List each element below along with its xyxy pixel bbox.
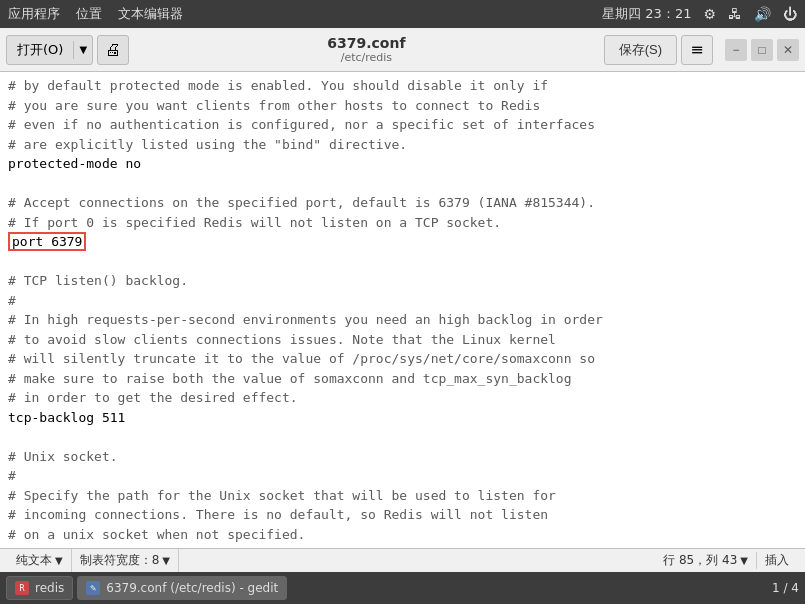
mode-label: 插入 [757,552,797,569]
volume-icon[interactable]: 🔊 [754,6,771,22]
power-icon[interactable]: ⏻ [783,6,797,22]
places-menu[interactable]: 位置 [76,5,102,23]
toolbar-title: 6379.conf /etc/redis [133,35,600,64]
print-button[interactable]: 🖨 [97,35,129,65]
code-line-20: # [8,466,797,486]
code-line-8: port 6379 [8,232,797,252]
hamburger-menu-button[interactable]: ≡ [681,35,713,65]
code-line-15: # make sure to raise both the value of s… [8,369,797,389]
position-arrow: ▼ [740,555,748,566]
code-line-7: # If port 0 is specified Redis will not … [8,213,797,233]
code-line-23: # on a unix socket when not specified. [8,525,797,545]
page-info: 1 / 4 [772,581,799,595]
network-icon[interactable]: 🖧 [728,6,742,22]
open-dropdown-arrow[interactable]: ▼ [74,44,92,55]
code-line-13: # to avoid slow clients connections issu… [8,330,797,350]
format-arrow: ▼ [55,555,63,566]
editor-content[interactable]: # by default protected mode is enabled. … [0,72,805,548]
position-selector[interactable]: 行 85，列 43 ▼ [655,552,757,569]
system-bar-right: 星期四 23：21 ⚙ 🖧 🔊 ⏻ [602,5,797,23]
position-label: 行 85，列 43 [663,552,737,569]
system-bar: 应用程序 位置 文本编辑器 星期四 23：21 ⚙ 🖧 🔊 ⏻ [0,0,805,28]
taskbar-redis-label: redis [35,581,64,595]
code-line-0: # by default protected mode is enabled. … [8,76,797,96]
status-bar: 纯文本 ▼ 制表符宽度：8 ▼ 行 85，列 43 ▼ 插入 [0,548,805,572]
open-button[interactable]: 打开(O) ▼ [6,35,93,65]
code-line-18 [8,427,797,447]
tab-width-selector[interactable]: 制表符宽度：8 ▼ [72,549,179,572]
code-line-17: tcp-backlog 511 [8,408,797,428]
close-button[interactable]: ✕ [777,39,799,61]
status-right: 行 85，列 43 ▼ 插入 [655,552,797,569]
format-label: 纯文本 [16,552,52,569]
format-selector[interactable]: 纯文本 ▼ [8,549,72,572]
code-line-4: protected-mode no [8,154,797,174]
code-line-12: # In high requests-per-second environmen… [8,310,797,330]
editor-container: # by default protected mode is enabled. … [0,72,805,548]
code-line-16: # in order to get the desired effect. [8,388,797,408]
code-line-9 [8,252,797,272]
code-line-21: # Specify the path for the Unix socket t… [8,486,797,506]
code-line-10: # TCP listen() backlog. [8,271,797,291]
code-line-5 [8,174,797,194]
app-toolbar: 打开(O) ▼ 🖨 6379.conf /etc/redis 保存(S) ≡ −… [0,28,805,72]
redis-icon: R [15,581,29,595]
gedit-icon: ✎ [86,581,100,595]
minimize-button[interactable]: − [725,39,747,61]
tab-width-arrow: ▼ [162,555,170,566]
insert-mode: 插入 [765,552,789,569]
highlighted-text: port 6379 [8,232,86,251]
taskbar-redis[interactable]: R redis [6,576,73,600]
window-controls: − □ ✕ [725,39,799,61]
file-name: 6379.conf [327,35,405,51]
print-icon: 🖨 [105,40,121,59]
open-button-label[interactable]: 打开(O) [7,41,74,59]
taskbar-gedit[interactable]: ✎ 6379.conf (/etc/redis) - gedit [77,576,287,600]
save-button[interactable]: 保存(S) [604,35,677,65]
code-line-14: # will silently truncate it to the value… [8,349,797,369]
code-line-11: # [8,291,797,311]
code-line-1: # you are sure you want clients from oth… [8,96,797,116]
taskbar-right: 1 / 4 [772,581,799,595]
code-line-2: # even if no authentication is configure… [8,115,797,135]
system-bar-left: 应用程序 位置 文本编辑器 [8,5,183,23]
datetime-display: 星期四 23：21 [602,5,691,23]
code-line-6: # Accept connections on the specified po… [8,193,797,213]
hamburger-icon: ≡ [690,40,703,59]
code-line-19: # Unix socket. [8,447,797,467]
code-line-24: # [8,544,797,548]
settings-icon[interactable]: ⚙ [703,6,716,22]
app-menu[interactable]: 应用程序 [8,5,60,23]
code-line-3: # are explicitly listed using the "bind"… [8,135,797,155]
taskbar: R redis ✎ 6379.conf (/etc/redis) - gedit… [0,572,805,604]
code-line-22: # incoming connections. There is no defa… [8,505,797,525]
file-path: /etc/redis [341,51,392,64]
maximize-button[interactable]: □ [751,39,773,61]
text-editor-menu[interactable]: 文本编辑器 [118,5,183,23]
taskbar-gedit-label: 6379.conf (/etc/redis) - gedit [106,581,278,595]
tab-width-label: 制表符宽度：8 [80,552,160,569]
